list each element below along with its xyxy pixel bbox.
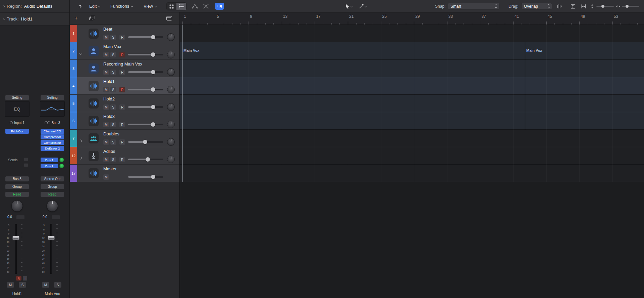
volume-fader[interactable]: 369121824303642485460	[39, 223, 66, 275]
disclosure-closed-icon[interactable]	[80, 137, 82, 143]
track-name[interactable]: Main Vox	[103, 44, 121, 49]
pan-knob[interactable]	[167, 121, 175, 128]
playhead[interactable]	[182, 25, 183, 182]
track-lane[interactable]	[180, 147, 644, 165]
record-button[interactable]: R	[119, 157, 125, 162]
pan-knob[interactable]	[167, 33, 175, 41]
volume-slider[interactable]	[128, 89, 163, 90]
track-lane[interactable]	[180, 25, 644, 42]
pan-knob[interactable]	[167, 138, 175, 146]
mute-button[interactable]: M	[103, 87, 109, 92]
track-name[interactable]: Adlibs	[103, 149, 115, 154]
volume-thumb[interactable]	[151, 35, 155, 39]
pan-knob[interactable]	[47, 200, 58, 212]
volume-slider[interactable]	[128, 106, 163, 108]
list-view-icon[interactable]	[176, 3, 186, 10]
volume-thumb[interactable]	[151, 87, 155, 92]
mute-button[interactable]: M	[103, 157, 109, 162]
record-button[interactable]: R	[119, 139, 125, 145]
functions-menu[interactable]: Functions	[110, 0, 132, 12]
pan-knob[interactable]	[167, 103, 175, 111]
track-lane[interactable]	[180, 112, 644, 130]
flex-mode-button[interactable]	[215, 3, 224, 10]
plugin-slot[interactable]: Channel EQ	[41, 129, 64, 134]
pan-knob[interactable]	[167, 51, 175, 58]
automation-mode-button[interactable]: Read	[41, 192, 64, 197]
volume-thumb[interactable]	[146, 157, 150, 162]
solo-button[interactable]: S	[110, 157, 116, 162]
mute-button[interactable]: M	[42, 282, 49, 288]
track-lane[interactable]	[180, 165, 644, 182]
solo-button[interactable]: S	[110, 70, 116, 75]
eq-thumbnail[interactable]: EQ	[5, 101, 30, 117]
record-button[interactable]: R	[119, 70, 125, 75]
volume-fader[interactable]: 369121824303642485460	[3, 223, 31, 275]
slider-thumb[interactable]	[626, 5, 629, 8]
pan-knob[interactable]	[167, 86, 175, 93]
send-level-knob[interactable]	[59, 164, 64, 168]
volume-slider[interactable]	[128, 159, 163, 160]
secondary-tool-button[interactable]	[359, 3, 366, 10]
mute-button[interactable]: M	[103, 35, 109, 40]
track-lane[interactable]	[180, 95, 644, 112]
region-name[interactable]: Main Vox	[183, 48, 199, 52]
disclosure-open-icon[interactable]	[80, 50, 82, 56]
track-header-adlibs[interactable]: 12AdlibsMSR	[70, 147, 179, 165]
arrange-area[interactable]: Main VoxMain Vox	[179, 25, 644, 298]
track-name[interactable]: Hold1	[103, 79, 115, 84]
plugin-slot[interactable]: DeEsser 2	[41, 146, 64, 151]
record-enable-button[interactable]: R	[16, 276, 21, 281]
volume-slider[interactable]	[128, 141, 163, 143]
track-header-recording-main-vox[interactable]: 3Recording Main VoxMSR	[70, 60, 179, 77]
track-header-hold1[interactable]: 4Hold1MSR	[70, 77, 179, 95]
solo-button[interactable]: S	[110, 104, 116, 110]
track-name[interactable]: Recording Main Vox	[103, 61, 142, 67]
pan-knob[interactable]	[167, 68, 175, 76]
group-button[interactable]: Group	[41, 184, 64, 189]
volume-slider[interactable]	[128, 36, 163, 38]
snap-dropdown[interactable]: Smart	[448, 3, 499, 10]
volume-slider[interactable]	[128, 54, 163, 55]
record-button[interactable]: R	[119, 52, 125, 57]
volume-slider[interactable]	[128, 71, 163, 73]
solo-button[interactable]: S	[110, 139, 116, 145]
vertical-zoom-slider[interactable]	[596, 6, 614, 7]
track-header-hold3[interactable]: 6Hold3MSR	[70, 112, 179, 130]
pointer-tool-button[interactable]	[345, 3, 352, 10]
track-header-hold2[interactable]: 5Hold2MSR	[70, 95, 179, 112]
group-button[interactable]: Group	[5, 184, 29, 189]
input-slot[interactable]: Bus 3	[39, 121, 66, 125]
track-name[interactable]: Doubles	[103, 131, 119, 136]
track-header-beat[interactable]: 1BeatMSR	[70, 25, 179, 42]
region-name[interactable]: Main Vox	[526, 48, 542, 52]
volume-slider[interactable]	[128, 124, 163, 125]
mute-button[interactable]: M	[103, 139, 109, 145]
mute-button[interactable]: M	[7, 282, 14, 288]
fader-cap[interactable]	[12, 236, 19, 240]
track-lane[interactable]	[180, 60, 644, 77]
grid-view-icon[interactable]	[167, 3, 176, 10]
input-monitor-button[interactable]: I	[23, 276, 27, 281]
pan-knob[interactable]	[167, 156, 175, 163]
horizontal-zoom-icon[interactable]	[580, 2, 587, 10]
track-header-doubles[interactable]: 7DoublesMSR	[70, 130, 179, 147]
edit-menu[interactable]: Edit	[89, 0, 100, 12]
view-menu[interactable]: View	[144, 0, 156, 12]
track-name[interactable]: Beat	[103, 27, 112, 32]
back-icon[interactable]	[76, 2, 85, 10]
volume-thumb[interactable]	[151, 70, 155, 74]
pan-knob[interactable]	[11, 200, 23, 212]
solo-button[interactable]: S	[110, 52, 116, 57]
volume-thumb[interactable]	[151, 52, 155, 57]
disclosure-closed-icon[interactable]	[80, 155, 82, 161]
mute-button[interactable]: M	[103, 104, 109, 110]
solo-button[interactable]: S	[110, 87, 116, 92]
drag-dropdown[interactable]: Overlap	[521, 3, 552, 10]
send-slot-empty[interactable]	[24, 163, 28, 167]
track-header-master[interactable]: 17MasterM	[70, 165, 179, 182]
record-button[interactable]: R	[119, 35, 125, 40]
horizontal-zoom-slider[interactable]	[622, 6, 639, 7]
track-name[interactable]: Hold3	[103, 114, 115, 119]
plugin-slot[interactable]: Compressor	[41, 134, 64, 139]
input-slot[interactable]: Input 1	[3, 121, 31, 125]
